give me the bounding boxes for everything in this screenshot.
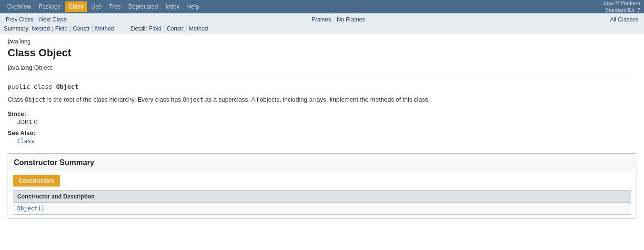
- frames-link[interactable]: Frames: [310, 15, 333, 24]
- nav-package[interactable]: Package: [35, 1, 64, 12]
- nav-index[interactable]: Index: [162, 1, 182, 12]
- table-header: Constructor and Description: [13, 190, 631, 202]
- nav-links: Overview Package Class Use Tree Deprecat…: [4, 1, 202, 12]
- code-object-1: Object: [25, 96, 45, 103]
- nav-overview[interactable]: Overview: [4, 1, 34, 12]
- see-also-section: See Also: Class: [8, 129, 636, 145]
- all-classes-link[interactable]: All Classes: [608, 15, 640, 24]
- summary-label: Summary:: [4, 25, 30, 32]
- nav-use[interactable]: Use: [88, 1, 105, 12]
- nav-class[interactable]: Class: [65, 1, 87, 12]
- no-frames-link[interactable]: No Frames: [335, 15, 367, 24]
- class-declaration: public class Object: [8, 83, 636, 90]
- table-row: Object(): [13, 202, 631, 214]
- nav-deprecated[interactable]: Deprecated: [125, 1, 161, 12]
- see-also-label: See Also:: [8, 129, 636, 136]
- since-value: JDK1.0: [17, 118, 636, 125]
- package-label: java.lang: [8, 38, 636, 45]
- classname: Object: [56, 83, 79, 90]
- detail-field[interactable]: Field: [149, 25, 161, 32]
- nav-help[interactable]: Help: [184, 1, 202, 12]
- code-object-2: Object: [183, 96, 203, 103]
- detail-label: Detail:: [131, 25, 147, 32]
- constructor-summary-content: Constructors Constructor and Description…: [8, 171, 636, 219]
- constructor-code[interactable]: Object(): [17, 205, 45, 212]
- class-link[interactable]: Class: [17, 138, 34, 145]
- class-title: Class Object: [8, 47, 636, 59]
- summary-constr[interactable]: Constr: [73, 25, 90, 32]
- see-also-value: Class: [17, 137, 636, 145]
- top-navigation: Overview Package Class Use Tree Deprecat…: [0, 0, 644, 13]
- since-section: Since: JDK1.0: [8, 110, 636, 125]
- class-description: Class Object is the root of the class hi…: [8, 95, 636, 104]
- nav-tree[interactable]: Tree: [106, 1, 124, 12]
- secondary-navigation: Prev Class Next Class Frames No Frames A…: [0, 13, 644, 34]
- next-class-link[interactable]: Next Class: [37, 15, 69, 24]
- summary-field[interactable]: Field: [55, 25, 68, 32]
- summary-nested[interactable]: Nested: [32, 25, 50, 32]
- platform-info: Java™ Platform Standard Ed. 7: [603, 0, 640, 14]
- constructor-summary-box: Constructor Summary Constructors Constru…: [8, 153, 636, 219]
- detail-constr[interactable]: Constr: [167, 25, 183, 32]
- constructors-button[interactable]: Constructors: [13, 175, 60, 187]
- since-label: Since:: [8, 110, 636, 117]
- summary-method[interactable]: Method: [95, 25, 114, 32]
- prev-class-link[interactable]: Prev Class: [4, 15, 35, 24]
- constructor-summary-title: Constructor Summary: [8, 154, 636, 171]
- class-nav-row: Prev Class Next Class Frames No Frames A…: [4, 15, 640, 24]
- main-content: java.lang Class Object java.lang.Object …: [0, 34, 644, 227]
- constructor-table: Constructor and Description Object(): [13, 190, 631, 215]
- divider: [8, 77, 636, 77]
- inheritance-path: java.lang.Object: [8, 64, 636, 71]
- detail-method[interactable]: Method: [189, 25, 208, 32]
- summary-nav-row: Summary: Nested | Field | Constr | Metho…: [4, 25, 640, 34]
- constructor-entry: Object(): [13, 202, 631, 214]
